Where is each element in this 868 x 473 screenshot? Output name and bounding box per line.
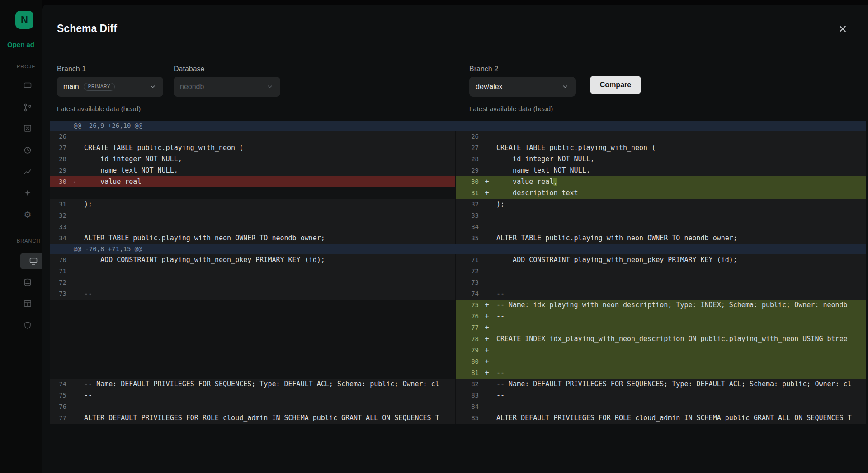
diff-sign xyxy=(71,390,79,401)
diff-row: 81+-- xyxy=(456,367,866,379)
line-number xyxy=(50,356,71,367)
diff-sign xyxy=(71,401,79,412)
branch2-caption: Latest available data (head) xyxy=(469,105,553,112)
gear-icon: ⚙ xyxy=(24,211,31,219)
line-number: 74 xyxy=(456,288,483,300)
diff-sign xyxy=(71,300,79,311)
line-number: 78 xyxy=(456,333,483,345)
line-number: 34 xyxy=(456,221,483,233)
sidebar-item-integrations[interactable] xyxy=(22,187,33,198)
diff-view[interactable]: @@ -26,9 +26,10 @@2627CREATE TABLE publi… xyxy=(50,121,866,424)
diff-row xyxy=(50,367,455,379)
primary-badge: PRIMARY xyxy=(84,83,115,91)
diff-row: 34ALTER TABLE public.playing_with_neon O… xyxy=(50,233,455,244)
hunk-header: @@ -26,9 +26,10 @@ xyxy=(50,121,866,131)
diff-sign xyxy=(483,277,491,288)
sidebar-item-monitoring[interactable] xyxy=(22,166,33,177)
diff-sign xyxy=(483,221,491,233)
line-number: 72 xyxy=(456,266,483,277)
code-text xyxy=(79,266,455,277)
line-number: 31 xyxy=(50,199,71,210)
branch2-select[interactable]: dev/alex xyxy=(469,77,576,97)
code-text: -- Name: DEFAULT PRIVILEGES FOR SEQUENCE… xyxy=(79,379,455,390)
code-text: CREATE TABLE public.playing_with_neon ( xyxy=(491,142,866,154)
line-number: 35 xyxy=(456,233,483,244)
line-number: 71 xyxy=(50,266,71,277)
diff-sign xyxy=(71,322,79,333)
code-text xyxy=(491,322,866,333)
hunk-body: 70 ADD CONSTRAINT playing_with_neon_pkey… xyxy=(50,254,866,424)
code-text: value real, xyxy=(491,176,866,187)
open-admin-link[interactable]: Open ad xyxy=(7,41,42,48)
diff-row: 75+-- Name: idx_playing_with_neon_descri… xyxy=(456,300,866,311)
line-number: 80 xyxy=(456,356,483,367)
diff-sign xyxy=(483,266,491,277)
line-number: 27 xyxy=(456,142,483,154)
sidebar-item-roles[interactable] xyxy=(22,320,33,331)
code-text xyxy=(79,345,455,356)
modal-title: Schema Diff xyxy=(57,23,117,35)
line-number: 30 xyxy=(50,176,71,187)
sidebar-item-sql-editor[interactable] xyxy=(22,123,33,134)
branch-overview-icon xyxy=(29,257,38,266)
code-text: id integer NOT NULL, xyxy=(79,154,455,165)
line-number: 30 xyxy=(456,176,483,187)
diff-row: 76 xyxy=(50,401,455,412)
sql-editor-icon xyxy=(23,124,32,133)
diff-pane-right: 71 ADD CONSTRAINT playing_with_neon_pkey… xyxy=(455,254,866,424)
sidebar-item-databases[interactable] xyxy=(22,277,33,288)
sidebar-item-dashboard[interactable] xyxy=(22,80,33,91)
diff-sign: + xyxy=(483,300,491,311)
chevron-down-icon xyxy=(266,83,274,91)
diff-sign xyxy=(71,254,79,266)
diff-sign: + xyxy=(483,356,491,367)
sidebar-item-tables[interactable] xyxy=(22,298,33,309)
line-number: 77 xyxy=(456,322,483,333)
diff-sign xyxy=(71,379,79,390)
sidebar-item-settings[interactable]: ⚙ xyxy=(22,209,33,220)
neon-logo-letter: N xyxy=(21,14,28,26)
code-text: -- Name: idx_playing_with_neon_descripti… xyxy=(491,300,866,311)
chevron-down-icon xyxy=(149,83,157,91)
sidebar-item-branches[interactable] xyxy=(22,102,33,113)
diff-sign xyxy=(483,233,491,244)
diff-row: 74-- Name: DEFAULT PRIVILEGES FOR SEQUEN… xyxy=(50,379,455,390)
line-number: 74 xyxy=(50,379,71,390)
line-number: 70 xyxy=(50,254,71,266)
database-select[interactable]: neondb xyxy=(174,77,280,97)
line-number: 77 xyxy=(50,412,71,424)
diff-sign xyxy=(71,210,79,221)
diff-row: 29 name text NOT NULL, xyxy=(456,165,866,176)
diff-row: 71 ADD CONSTRAINT playing_with_neon_pkey… xyxy=(456,254,866,266)
diff-sign xyxy=(71,131,79,142)
line-number: 29 xyxy=(456,165,483,176)
code-text: name text NOT NULL, xyxy=(491,165,866,176)
diff-row: 85ALTER DEFAULT PRIVILEGES FOR ROLE clou… xyxy=(456,412,866,424)
line-number xyxy=(50,300,71,311)
chevron-down-icon xyxy=(561,83,569,91)
diff-sign xyxy=(71,311,79,322)
line-number: 71 xyxy=(456,254,483,266)
close-button[interactable] xyxy=(836,23,849,35)
diff-row: 30+ value real, xyxy=(456,176,866,187)
line-number xyxy=(50,333,71,345)
diff-sign: - xyxy=(71,176,79,187)
branch2-value: dev/alex xyxy=(476,83,503,91)
sidebar-item-branch-overview[interactable] xyxy=(20,253,42,269)
diff-row: 77ALTER DEFAULT PRIVILEGES FOR ROLE clou… xyxy=(50,412,455,424)
code-text: ALTER DEFAULT PRIVILEGES FOR ROLE cloud_… xyxy=(79,412,455,424)
word-diff-highlight: , xyxy=(553,178,557,186)
compare-button[interactable]: Compare xyxy=(590,76,641,94)
line-number: 75 xyxy=(456,300,483,311)
line-number xyxy=(50,322,71,333)
diff-sign: + xyxy=(483,345,491,356)
line-number: 73 xyxy=(50,288,71,300)
branch1-select[interactable]: main PRIMARY xyxy=(57,77,163,97)
sidebar-item-restore[interactable] xyxy=(22,145,33,155)
diff-sign xyxy=(71,333,79,345)
neon-logo[interactable]: N xyxy=(15,11,33,29)
restore-clock-icon xyxy=(23,145,32,155)
line-number: 28 xyxy=(50,154,71,165)
code-text: ALTER TABLE public.playing_with_neon OWN… xyxy=(491,233,866,244)
diff-row: 33 xyxy=(456,210,866,221)
